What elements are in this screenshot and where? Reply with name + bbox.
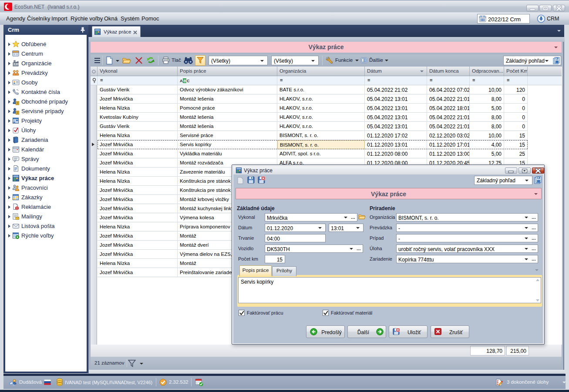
svg-text:A: A <box>180 79 183 83</box>
svg-text:B: B <box>184 79 187 83</box>
svg-text:C: C <box>187 79 189 83</box>
